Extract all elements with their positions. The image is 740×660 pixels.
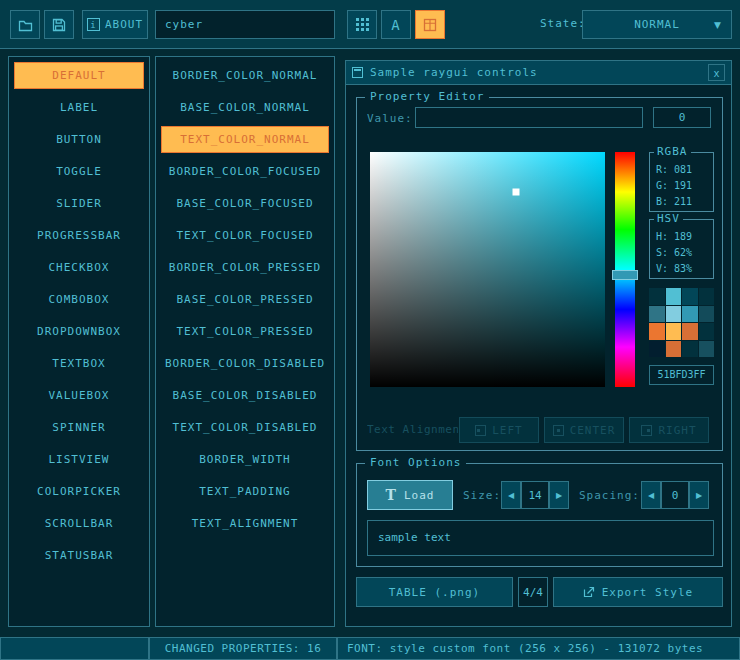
property-item-text_color_pressed[interactable]: TEXT_COLOR_PRESSED <box>161 318 329 345</box>
control-item-spinner[interactable]: SPINNER <box>14 414 144 441</box>
size-increment-button[interactable]: ▶ <box>549 481 569 509</box>
grid-view-button[interactable] <box>347 10 377 39</box>
statusbar-changed-properties: CHANGED PROPERTIES: 16 <box>149 637 337 660</box>
property-item-border_color_disabled[interactable]: BORDER_COLOR_DISABLED <box>161 350 329 377</box>
property-item-text_color_normal[interactable]: TEXT_COLOR_NORMAL <box>161 126 329 153</box>
property-item-base_color_focused[interactable]: BASE_COLOR_FOCUSED <box>161 190 329 217</box>
palette-color-10[interactable] <box>682 323 698 340</box>
info-icon: i <box>87 18 100 31</box>
value-label: Value: <box>367 112 413 125</box>
property-item-text_color_focused[interactable]: TEXT_COLOR_FOCUSED <box>161 222 329 249</box>
palette-color-1[interactable] <box>666 288 682 305</box>
palette-color-4[interactable] <box>649 306 665 323</box>
style-table-export-button[interactable]: TABLE (.png) <box>356 577 513 607</box>
folder-icon <box>18 18 33 32</box>
property-item-text_color_disabled[interactable]: TEXT_COLOR_DISABLED <box>161 414 329 441</box>
table-page-indicator[interactable]: 4/4 <box>518 577 548 607</box>
spacing-decrement-button[interactable]: ◀ <box>641 481 661 509</box>
hue-slider[interactable] <box>615 152 635 387</box>
font-options-label: Font Options <box>365 456 466 469</box>
property-item-border_color_normal[interactable]: BORDER_COLOR_NORMAL <box>161 62 329 89</box>
property-item-base_color_disabled[interactable]: BASE_COLOR_DISABLED <box>161 382 329 409</box>
style-name-input[interactable] <box>155 10 335 39</box>
font-load-button[interactable]: T Load <box>367 480 453 510</box>
close-icon[interactable]: x <box>708 64 725 81</box>
value-box[interactable]: 0 <box>653 107 711 128</box>
palette-color-11[interactable] <box>699 323 715 340</box>
control-item-button[interactable]: BUTTON <box>14 126 144 153</box>
spacing-increment-button[interactable]: ▶ <box>689 481 709 509</box>
palette-color-12[interactable] <box>649 341 665 358</box>
save-style-button[interactable] <box>44 10 74 39</box>
statusbar-empty-segment <box>0 637 149 660</box>
align-right-icon <box>641 425 652 436</box>
export-icon <box>583 586 595 598</box>
sample-controls-window: Sample raygui controls x Property Editor… <box>345 60 732 627</box>
property-item-text_padding[interactable]: TEXT_PADDING <box>161 478 329 505</box>
color-picker-panel[interactable] <box>370 152 605 387</box>
hsv-value-value: V: 83% <box>656 261 707 277</box>
control-item-toggle[interactable]: TOGGLE <box>14 158 144 185</box>
rgba-label: RGBA <box>654 145 691 158</box>
value-input[interactable] <box>415 107 643 128</box>
palette-color-0[interactable] <box>649 288 665 305</box>
palette-color-15[interactable] <box>699 341 715 358</box>
rgba-red-value: R: 081 <box>656 162 707 178</box>
control-item-combobox[interactable]: COMBOBOX <box>14 286 144 313</box>
control-item-dropdownbox[interactable]: DROPDOWNBOX <box>14 318 144 345</box>
property-item-border_width[interactable]: BORDER_WIDTH <box>161 446 329 473</box>
rguistyler-app: i ABOUT A State: <box>0 0 740 660</box>
sample-text-input[interactable]: sample text <box>367 520 714 556</box>
export-style-button[interactable]: Export Style <box>553 577 723 607</box>
property-item-border_color_focused[interactable]: BORDER_COLOR_FOCUSED <box>161 158 329 185</box>
control-item-default[interactable]: DEFAULT <box>14 62 144 89</box>
palette-color-13[interactable] <box>666 341 682 358</box>
property-item-border_color_pressed[interactable]: BORDER_COLOR_PRESSED <box>161 254 329 281</box>
chevron-left-icon: ◀ <box>648 491 654 500</box>
palette-color-9[interactable] <box>666 323 682 340</box>
palette-color-6[interactable] <box>682 306 698 323</box>
rgba-group: RGBA R: 081 G: 191 B: 211 <box>649 152 714 212</box>
style-table-button[interactable] <box>415 10 445 39</box>
about-button[interactable]: i ABOUT <box>82 10 148 39</box>
color-picker-cursor[interactable] <box>512 188 519 195</box>
size-value[interactable]: 14 <box>521 481 549 509</box>
state-dropdown-value: NORMAL <box>634 18 680 31</box>
load-style-button[interactable] <box>10 10 40 39</box>
palette-color-8[interactable] <box>649 323 665 340</box>
align-right-button[interactable]: RIGHT <box>629 417 709 443</box>
control-item-valuebox[interactable]: VALUEBOX <box>14 382 144 409</box>
control-item-progressbar[interactable]: PROGRESSBAR <box>14 222 144 249</box>
palette-color-14[interactable] <box>682 341 698 358</box>
align-center-button[interactable]: CENTER <box>544 417 624 443</box>
controls-list: DEFAULTLABELBUTTONTOGGLESLIDERPROGRESSBA… <box>8 56 150 627</box>
state-dropdown[interactable]: NORMAL ▼ <box>582 10 732 39</box>
palette-color-5[interactable] <box>666 306 682 323</box>
align-left-button[interactable]: LEFT <box>459 417 539 443</box>
property-item-base_color_normal[interactable]: BASE_COLOR_NORMAL <box>161 94 329 121</box>
control-item-checkbox[interactable]: CHECKBOX <box>14 254 144 281</box>
window-icon <box>352 67 363 78</box>
control-item-label[interactable]: LABEL <box>14 94 144 121</box>
window-titlebar[interactable]: Sample raygui controls x <box>346 61 731 85</box>
state-label: State: <box>540 17 586 30</box>
control-item-statusbar[interactable]: STATUSBAR <box>14 542 144 569</box>
property-item-base_color_pressed[interactable]: BASE_COLOR_PRESSED <box>161 286 329 313</box>
palette-color-2[interactable] <box>682 288 698 305</box>
size-decrement-button[interactable]: ◀ <box>501 481 521 509</box>
property-item-text_alignment[interactable]: TEXT_ALIGNMENT <box>161 510 329 537</box>
palette-color-3[interactable] <box>699 288 715 305</box>
font-atlas-button[interactable]: A <box>381 10 411 39</box>
control-item-slider[interactable]: SLIDER <box>14 190 144 217</box>
hex-color-input[interactable]: 51BFD3FF <box>649 365 714 385</box>
control-item-scrollbar[interactable]: SCROLLBAR <box>14 510 144 537</box>
palette-color-7[interactable] <box>699 306 715 323</box>
control-item-textbox[interactable]: TEXTBOX <box>14 350 144 377</box>
control-item-colorpicker[interactable]: COLORPICKER <box>14 478 144 505</box>
about-label: ABOUT <box>105 18 143 31</box>
spacing-value[interactable]: 0 <box>661 481 689 509</box>
text-alignment-label: Text Alignment: <box>367 423 458 436</box>
rgba-green-value: G: 191 <box>656 178 707 194</box>
hue-slider-handle[interactable] <box>612 270 638 280</box>
control-item-listview[interactable]: LISTVIEW <box>14 446 144 473</box>
